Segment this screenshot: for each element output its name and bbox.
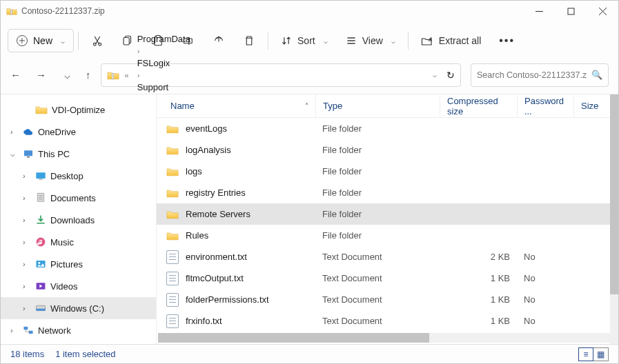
sidebar-item[interactable]: ›Videos: [1, 275, 156, 297]
search-box[interactable]: 🔍: [471, 63, 609, 87]
svg-point-24: [37, 238, 46, 247]
up-button[interactable]: ↑: [86, 69, 91, 81]
thumbnails-view-button[interactable]: ▦: [593, 347, 609, 361]
back-button[interactable]: ←: [10, 69, 21, 81]
svg-rect-17: [27, 156, 30, 157]
details-view-button[interactable]: ≡: [578, 347, 593, 361]
column-compressed-size[interactable]: Compressed size: [440, 94, 517, 117]
sort-button[interactable]: Sort ⌵: [273, 28, 336, 53]
svg-point-5: [93, 43, 96, 46]
table-row[interactable]: frxinfo.txtText Document1 KBNo: [157, 310, 618, 332]
sidebar-item[interactable]: ›OneDrive: [1, 121, 156, 143]
breadcrumb-segment[interactable]: FSLogix: [135, 57, 230, 70]
sidebar-item[interactable]: ⌵This PC: [1, 143, 156, 165]
file-pwd: No: [517, 252, 573, 262]
file-csize: 2 KB: [440, 252, 517, 262]
svg-rect-29: [36, 309, 45, 311]
table-row[interactable]: eventLogsFile folder: [157, 118, 618, 139]
sidebar-item[interactable]: ›Desktop: [1, 165, 156, 187]
sidebar-item[interactable]: ›Documents: [1, 187, 156, 209]
sidebar-item-label: This PC: [38, 149, 70, 159]
sort-label: Sort: [297, 35, 315, 46]
file-csize: 1 KB: [440, 273, 517, 283]
folder-icon: [166, 231, 179, 241]
table-row[interactable]: fltmcOutput.txtText Document1 KBNo: [157, 267, 618, 289]
folder-icon: [166, 210, 179, 219]
status-bar: 18 items 1 item selected ≡ ▦: [1, 344, 618, 363]
file-name: logAnalysis: [186, 145, 231, 155]
plus-icon: [17, 35, 28, 46]
chevron-down-icon: ⌵: [324, 37, 328, 45]
extract-all-button[interactable]: Extract all: [413, 28, 489, 53]
forward-button[interactable]: →: [36, 69, 46, 81]
file-icon: [166, 314, 179, 328]
sidebar-item[interactable]: ›Windows (C:): [1, 297, 156, 319]
zip-folder-icon: [107, 70, 119, 80]
file-type: Text Document: [315, 316, 440, 326]
status-selected: 1 item selected: [55, 349, 115, 359]
folder-icon: [166, 167, 179, 176]
file-type: File folder: [315, 209, 440, 219]
sidebar-item-label: Pictures: [50, 259, 83, 270]
refresh-button[interactable]: ↻: [446, 70, 455, 81]
sidebar-item[interactable]: ›Network: [1, 319, 156, 341]
breadcrumb-segment[interactable]: Support: [135, 81, 230, 94]
folder-icon: [166, 188, 179, 198]
sidebar-item-label: Music: [50, 237, 74, 247]
view-icon: [346, 35, 357, 46]
view-button[interactable]: View ⌵: [337, 28, 404, 53]
expand-icon: ›: [23, 304, 31, 312]
sidebar-item-label: Videos: [50, 281, 78, 292]
table-row[interactable]: logAnalysisFile folder: [157, 139, 618, 161]
sidebar-item[interactable]: ›Downloads: [1, 209, 156, 231]
table-row[interactable]: folderPermissions.txtText Document1 KBNo: [157, 289, 618, 310]
search-input[interactable]: [477, 70, 587, 80]
file-name: registry Entries: [186, 188, 246, 198]
column-password[interactable]: Password ...: [517, 94, 573, 117]
file-pwd: No: [517, 294, 573, 305]
breadcrumb-box[interactable]: « ProgramData›FSLogix›Support›Contoso-22…: [101, 63, 462, 87]
sort-asc-icon: ˄: [305, 102, 308, 110]
history-dropdown[interactable]: ⌵: [433, 71, 437, 79]
file-type: Text Document: [315, 273, 440, 283]
expand-icon: ›: [23, 238, 31, 246]
sidebar-item[interactable]: VDI-Optimize: [1, 99, 156, 121]
file-type: File folder: [315, 230, 440, 241]
new-button[interactable]: New ⌵: [8, 29, 74, 52]
file-pwd: No: [517, 273, 573, 283]
file-name: Rules: [186, 230, 208, 241]
expand-icon: ›: [23, 282, 31, 290]
svg-rect-8: [124, 38, 129, 46]
table-row[interactable]: RulesFile folder: [157, 225, 618, 246]
more-button[interactable]: •••: [491, 28, 523, 53]
table-row[interactable]: Remote ServersFile folder: [157, 203, 618, 225]
svg-rect-19: [39, 179, 42, 180]
sidebar-item-label: Network: [38, 325, 71, 336]
breadcrumb-segment[interactable]: ProgramData: [135, 32, 230, 46]
horizontal-scrollbar[interactable]: [158, 333, 610, 343]
file-type: Text Document: [315, 294, 440, 305]
delete-button[interactable]: [235, 28, 264, 53]
view-label: View: [362, 35, 383, 46]
file-name: fltmcOutput.txt: [186, 273, 244, 283]
sidebar-item[interactable]: ›Pictures: [1, 253, 156, 275]
table-row[interactable]: environment.txtText Document2 KBNo: [157, 246, 618, 267]
recent-locations-button[interactable]: ⌵: [64, 69, 70, 81]
sidebar-item[interactable]: ›Music: [1, 231, 156, 253]
minimize-button[interactable]: [523, 1, 555, 21]
expand-icon: ›: [23, 260, 31, 268]
sidebar-item-label: Desktop: [50, 171, 83, 181]
maximize-button[interactable]: [555, 1, 587, 21]
sidebar-item-label: Windows (C:): [50, 303, 104, 314]
search-icon: 🔍: [591, 70, 602, 80]
column-name[interactable]: Name˄: [157, 94, 315, 117]
table-row[interactable]: logsFile folder: [157, 161, 618, 182]
file-type: File folder: [315, 188, 440, 198]
column-headers: Name˄ Type Compressed size Password ... …: [157, 94, 618, 118]
table-row[interactable]: registry EntriesFile folder: [157, 182, 618, 203]
column-type[interactable]: Type: [315, 94, 440, 117]
vertical-scrollbar[interactable]: [610, 94, 618, 344]
close-button[interactable]: [587, 1, 618, 21]
cut-button[interactable]: [83, 28, 112, 53]
window-title: Contoso-22112337.zip: [21, 6, 105, 16]
